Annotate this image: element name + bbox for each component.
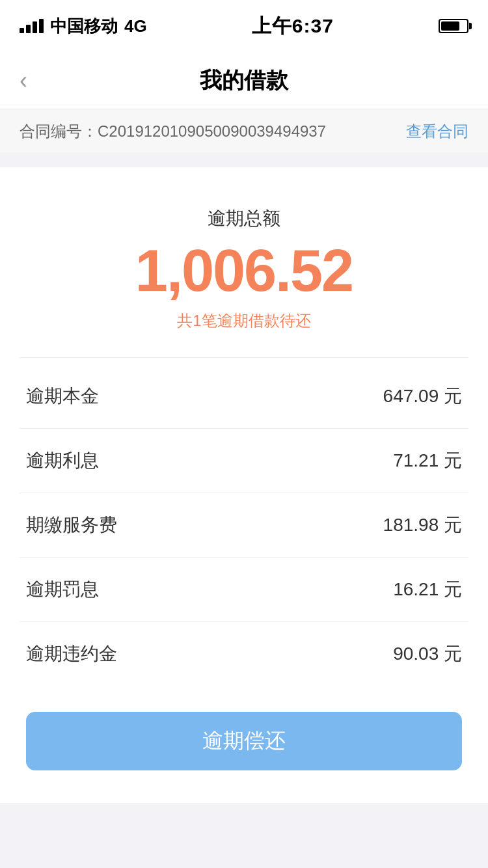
detail-label-1: 逾期利息	[26, 448, 99, 473]
detail-value-0: 647.09 元	[383, 384, 462, 409]
table-row: 逾期罚息 16.21 元	[20, 558, 468, 622]
view-contract-link[interactable]: 查看合同	[406, 121, 468, 142]
detail-label-2: 期缴服务费	[26, 513, 117, 537]
detail-label-0: 逾期本金	[26, 384, 99, 409]
table-row: 期缴服务费 181.98 元	[20, 493, 468, 558]
amount-subtitle: 共1笔逾期借款待还	[177, 310, 310, 331]
battery-icon	[439, 19, 468, 33]
amount-value: 1,006.52	[135, 241, 353, 300]
status-bar: 中国移动 4G 上午6:37	[0, 0, 488, 52]
repay-button[interactable]: 逾期偿还	[26, 712, 462, 770]
nav-bar: ‹ 我的借款	[0, 52, 488, 109]
detail-value-2: 181.98 元	[383, 513, 462, 537]
network-label: 4G	[124, 16, 147, 36]
amount-label: 逾期总额	[208, 206, 280, 231]
status-left: 中国移动 4G	[20, 15, 147, 38]
bottom-area: 黑猫 BLACK CAT	[0, 803, 488, 868]
table-row: 逾期本金 647.09 元	[20, 364, 468, 429]
detail-label-4: 逾期违约金	[26, 642, 117, 666]
time-label: 上午6:37	[252, 13, 334, 40]
detail-label-3: 逾期罚息	[26, 577, 99, 602]
amount-section: 逾期总额 1,006.52 共1笔逾期借款待还	[20, 193, 468, 357]
detail-value-4: 90.03 元	[393, 642, 462, 666]
signal-icon	[20, 19, 44, 33]
back-button[interactable]: ‹	[20, 67, 27, 94]
contract-label: 合同编号：C2019120109050090039494937	[20, 121, 326, 142]
page-title: 我的借款	[200, 66, 288, 96]
contract-bar: 合同编号：C2019120109050090039494937 查看合同	[0, 109, 488, 154]
main-card: 逾期总额 1,006.52 共1笔逾期借款待还 逾期本金 647.09 元 逾期…	[0, 167, 488, 803]
table-row: 逾期利息 71.21 元	[20, 429, 468, 493]
detail-value-1: 71.21 元	[393, 448, 462, 473]
detail-value-3: 16.21 元	[393, 577, 462, 602]
carrier-label: 中国移动	[50, 15, 118, 38]
status-right	[439, 19, 468, 33]
detail-section: 逾期本金 647.09 元 逾期利息 71.21 元 期缴服务费 181.98 …	[20, 357, 468, 712]
table-row: 逾期违约金 90.03 元	[20, 622, 468, 686]
